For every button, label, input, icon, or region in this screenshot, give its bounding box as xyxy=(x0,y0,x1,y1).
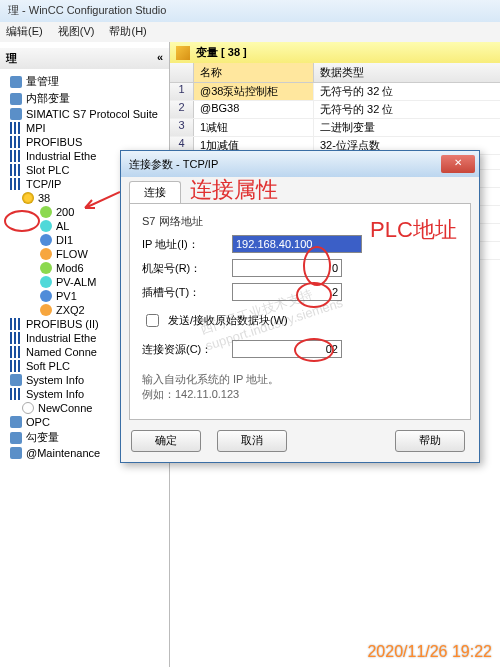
row-index: 2 xyxy=(170,101,194,118)
tree-item-label: TCP/IP xyxy=(26,178,61,190)
tree-node-icon xyxy=(40,304,52,316)
ok-button[interactable]: 确定 xyxy=(131,430,201,452)
group-label: S7 网络地址 xyxy=(142,214,458,229)
tree-item-label: FLOW xyxy=(56,248,88,260)
tree-node-icon xyxy=(10,93,22,105)
ip-label: IP 地址(I)： xyxy=(142,237,232,252)
cell-name: @BG38 xyxy=(194,101,314,118)
cell-name: @38泵站控制柜 xyxy=(194,83,314,100)
hint-line2: 例如：142.11.0.123 xyxy=(142,387,458,402)
tree-item-label: Mod6 xyxy=(56,262,84,274)
tree-node-icon xyxy=(10,360,22,372)
menu-bar: 编辑(E) 视图(V) 帮助(H) xyxy=(0,22,500,42)
row-index: 3 xyxy=(170,119,194,136)
tree-item[interactable]: MPI xyxy=(0,121,169,135)
tree-item-label: ZXQ2 xyxy=(56,304,85,316)
tree-item[interactable]: 量管理 xyxy=(0,73,169,90)
tree-node-icon xyxy=(10,416,22,428)
collapse-icon[interactable]: « xyxy=(157,51,163,66)
table-row[interactable]: 31减钮二进制变量 xyxy=(170,119,500,137)
col-type[interactable]: 数据类型 xyxy=(314,63,500,82)
tree-node-icon xyxy=(10,108,22,120)
menu-view[interactable]: 视图(V) xyxy=(58,25,95,37)
tree-item-label: Industrial Ethe xyxy=(26,332,96,344)
tree-item-label: OPC xyxy=(26,416,50,428)
tree-item-label: DI1 xyxy=(56,234,73,246)
raw-checkbox[interactable] xyxy=(146,314,159,327)
cube-icon xyxy=(176,46,190,60)
tree-node-icon xyxy=(40,220,52,232)
tree-node-icon xyxy=(10,374,22,386)
tree-node-icon xyxy=(10,122,22,134)
connection-dialog: 连接参数 - TCP/IP ✕ 连接 S7 网络地址 IP 地址(I)： 机架号… xyxy=(120,150,480,463)
tree-node-icon xyxy=(40,234,52,246)
row-index: 1 xyxy=(170,83,194,100)
tree-node-icon xyxy=(10,432,22,444)
rack-field[interactable] xyxy=(232,259,342,277)
tree-item-label: 勾变量 xyxy=(26,430,59,445)
tree-node-icon xyxy=(40,262,52,274)
tree-node-icon xyxy=(22,192,34,204)
menu-help[interactable]: 帮助(H) xyxy=(109,25,146,37)
tree-item-label: AL xyxy=(56,220,69,232)
tab-connection[interactable]: 连接 xyxy=(129,181,181,203)
variables-header: 变量 [ 38 ] xyxy=(196,45,247,60)
tree-item-label: Named Conne xyxy=(26,346,97,358)
tree-item-label: System Info xyxy=(26,388,84,400)
tree-node-icon xyxy=(40,206,52,218)
tree-node-icon xyxy=(10,332,22,344)
tree-item-label: 200 xyxy=(56,206,74,218)
window-title: 理 - WinCC Configuration Studio xyxy=(0,0,500,22)
tree-item-label: 量管理 xyxy=(26,74,59,89)
ip-field[interactable] xyxy=(232,235,362,253)
tree-node-icon xyxy=(10,164,22,176)
res-label: 连接资源(C)： xyxy=(142,342,232,357)
tree-item-label: PROFIBUS (II) xyxy=(26,318,99,330)
tree-item-label: Slot PLC xyxy=(26,164,69,176)
col-name[interactable]: 名称 xyxy=(194,63,314,82)
tree-node-icon xyxy=(40,248,52,260)
table-row[interactable]: 2@BG38无符号的 32 位 xyxy=(170,101,500,119)
tree-node-icon xyxy=(40,290,52,302)
tree-item-label: Soft PLC xyxy=(26,360,70,372)
tree-item-label: PV1 xyxy=(56,290,77,302)
tree-node-icon xyxy=(40,276,52,288)
cell-name: 1减钮 xyxy=(194,119,314,136)
tree-node-icon xyxy=(10,346,22,358)
cell-type: 无符号的 32 位 xyxy=(314,101,500,118)
tree-item-label: Industrial Ethe xyxy=(26,150,96,162)
tree-item-label: @Maintenance xyxy=(26,447,100,459)
tree-item[interactable]: 内部变量 xyxy=(0,90,169,107)
tree-node-icon xyxy=(10,447,22,459)
tree-node-icon xyxy=(10,150,22,162)
raw-label: 发送/接收原始数据块(W) xyxy=(168,313,288,328)
cancel-button[interactable]: 取消 xyxy=(217,430,287,452)
tree-item[interactable]: PROFIBUS xyxy=(0,135,169,149)
tree-item-label: PV-ALM xyxy=(56,276,96,288)
tree-item-label: NewConne xyxy=(38,402,92,414)
table-row[interactable]: 1@38泵站控制柜无符号的 32 位 xyxy=(170,83,500,101)
close-icon[interactable]: ✕ xyxy=(441,155,475,173)
help-button[interactable]: 帮助 xyxy=(395,430,465,452)
tree-node-icon xyxy=(22,402,34,414)
tree-node-icon xyxy=(10,178,22,190)
cell-type: 无符号的 32 位 xyxy=(314,83,500,100)
tree-node-icon xyxy=(10,136,22,148)
tree-item-label: 38 xyxy=(38,192,50,204)
res-field[interactable] xyxy=(232,340,342,358)
timestamp-overlay: 2020/11/26 19:22 xyxy=(367,643,492,661)
slot-field[interactable] xyxy=(232,283,342,301)
left-header-title: 理 xyxy=(6,51,17,66)
rack-label: 机架号(R)： xyxy=(142,261,232,276)
cell-type: 二进制变量 xyxy=(314,119,500,136)
tree-item-label: System Info xyxy=(26,374,84,386)
tree-node-icon xyxy=(10,76,22,88)
tree-item[interactable]: SIMATIC S7 Protocol Suite xyxy=(0,107,169,121)
tree-node-icon xyxy=(10,318,22,330)
tree-item-label: MPI xyxy=(26,122,46,134)
menu-edit[interactable]: 编辑(E) xyxy=(6,25,43,37)
tree-item-label: PROFIBUS xyxy=(26,136,82,148)
dialog-title: 连接参数 - TCP/IP xyxy=(129,157,218,172)
slot-label: 插槽号(T)： xyxy=(142,285,232,300)
hint-line1: 输入自动化系统的 IP 地址。 xyxy=(142,372,458,387)
